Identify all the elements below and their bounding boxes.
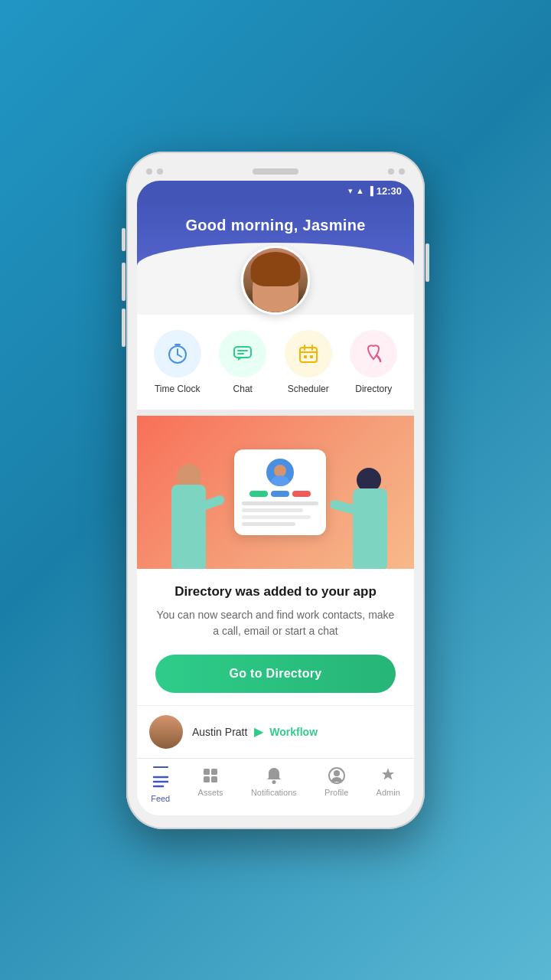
greeting-text: Good morning, Jasmine [152,217,399,234]
mini-chip-3 [292,491,311,497]
timeclock-icon-circle [154,330,201,377]
mini-line-2 [242,508,303,512]
directory-action[interactable]: Directory [350,330,397,394]
svg-rect-7 [300,348,317,362]
profile-nav-icon [328,766,346,785]
feed-user-avatar [149,715,183,749]
chat-icon-circle [219,330,266,377]
profile-card-mini [234,449,326,535]
notifications-nav-label: Notifications [251,788,297,797]
avatar-image [243,248,308,312]
svg-point-22 [334,770,340,776]
mini-line-1 [242,501,318,505]
directory-icon-circle [350,330,397,377]
mini-avatar [266,459,294,486]
timeclock-icon [166,342,189,365]
feed-nav-icon [152,773,170,791]
svg-rect-11 [304,355,307,358]
mini-line-4 [242,522,295,526]
mini-line-3 [242,515,311,519]
feed-action-text: Workflow [269,726,318,738]
scheduler-icon-circle [285,330,332,377]
front-camera [146,168,152,175]
app-screen: ▾ ▲ ▐ 12:30 Good morning, Jasmine [137,181,414,815]
nav-admin[interactable]: Admin [377,766,400,803]
avatar [241,246,310,315]
admin-nav-icon [379,766,397,785]
mini-chip-2 [271,491,289,497]
sensor-2 [388,168,394,175]
go-to-directory-button[interactable]: Go to Directory [155,655,396,693]
power-button [425,243,429,282]
phone-top-decoration [137,165,414,181]
svg-rect-18 [204,776,210,782]
assets-nav-icon [201,766,220,785]
chat-action[interactable]: Chat [219,330,266,394]
feed-avatar-inner [149,715,183,749]
assets-nav-label: Assets [198,788,223,797]
promo-description: You can now search and find work contact… [155,607,396,639]
section-divider [137,410,414,416]
quick-actions: Time Clock Chat [137,315,414,410]
profile-nav-label: Profile [324,788,348,797]
feed-preview-text: Austin Pratt ▶ Workflow [192,724,318,739]
feed-arrow-icon: ▶ [254,725,266,738]
nav-assets[interactable]: Assets [198,766,223,803]
wifi-icon: ▾ [348,186,353,196]
promo-banner [137,416,414,569]
timeclock-action[interactable]: Time Clock [154,330,201,394]
notifications-nav-icon [265,766,283,785]
avatar-container [137,246,414,315]
status-icons: ▾ ▲ ▐ 12:30 [348,185,402,197]
speaker-grille [253,168,298,175]
chat-icon [231,342,254,365]
person-left-body [171,485,206,569]
promo-text-section: Directory was added to your app You can … [137,569,414,705]
svg-rect-4 [234,347,251,358]
bottom-navigation: Feed Assets Notifications [137,758,414,815]
mini-chips [249,491,311,497]
feed-username: Austin Pratt [192,726,247,738]
battery-icon: ▐ [367,186,373,195]
mini-chip-1 [249,491,268,497]
svg-line-2 [178,354,181,357]
mini-lines [242,501,318,526]
scheduler-icon [297,342,320,365]
svg-point-20 [272,780,276,784]
sensor-3 [399,168,405,175]
directory-label: Directory [355,384,392,394]
phone-frame: ▾ ▲ ▐ 12:30 Good morning, Jasmine [126,152,425,829]
person-right-body [353,488,387,569]
nav-notifications[interactable]: Notifications [251,766,297,803]
svg-rect-17 [211,769,217,775]
nav-active-indicator [153,766,168,768]
sensor [157,168,163,175]
promo-illustration [137,416,414,569]
avatar-hair [251,252,301,286]
directory-icon [362,342,385,365]
promo-card: Directory was added to your app You can … [137,416,414,705]
feed-nav-label: Feed [151,794,170,803]
svg-rect-5 [237,350,248,351]
mini-avatar-body [271,475,289,486]
chat-label: Chat [233,384,253,394]
nav-profile[interactable]: Profile [324,766,348,803]
scheduler-action[interactable]: Scheduler [285,330,332,394]
promo-title: Directory was added to your app [155,584,396,599]
svg-rect-12 [310,355,313,358]
person-left [160,446,229,569]
volume-down-button [122,309,126,347]
nav-feed[interactable]: Feed [151,766,170,803]
status-time: 12:30 [377,185,402,197]
volume-up-button [122,263,126,301]
scheduler-label: Scheduler [288,384,329,394]
svg-rect-19 [211,776,217,782]
svg-rect-16 [204,769,210,775]
timeclock-label: Time Clock [155,384,201,394]
status-bar: ▾ ▲ ▐ 12:30 [137,181,414,201]
signal-icon: ▲ [356,186,364,195]
admin-nav-label: Admin [377,788,400,797]
feed-preview: Austin Pratt ▶ Workflow [137,705,414,758]
volume-silent-button [122,228,126,251]
svg-rect-6 [237,353,244,354]
